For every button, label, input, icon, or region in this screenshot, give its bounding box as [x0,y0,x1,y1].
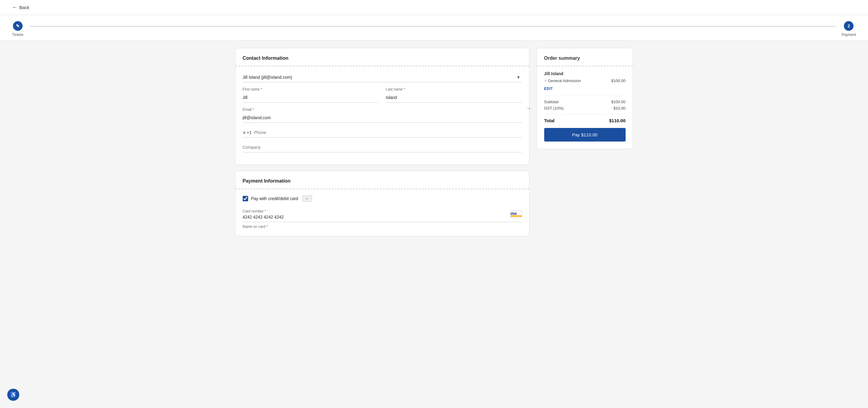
order-item-row: ✕ General Admission $100.00 [544,79,626,83]
order-customer-name: Jill Island [544,71,626,76]
chevron-down-icon: ∨ [243,130,246,135]
progress-line [30,26,836,27]
main-content: Contact Information Jill Island (jill@is… [223,41,645,243]
progress-bar: ✎ Tickets 2 Payment [0,15,868,41]
back-button[interactable]: ← Back [12,4,29,10]
total-value: $110.00 [609,118,625,123]
ticket-price: $100.00 [612,79,626,83]
email-group: Email * [243,108,522,123]
step-payment: 2 Payment [842,21,856,37]
step-payment-circle: 2 [844,21,854,31]
edit-link[interactable]: EDIT [544,87,626,91]
step-payment-label: Payment [842,33,856,37]
order-divider [537,66,633,66]
phone-code-value: +1 [247,130,252,135]
gst-arrow-icon: → [526,105,531,111]
gst-value: $10.00 [614,106,626,111]
user-dropdown[interactable]: Jill Island (jill@island.com) [243,75,522,80]
user-select-wrapper[interactable]: Jill Island (jill@island.com) ▼ [243,72,522,82]
total-label: Total [544,118,555,123]
email-input[interactable] [243,113,522,123]
name-row: First name * Last name * [243,87,522,108]
pay-button[interactable]: Pay $110.00 [544,128,626,142]
contact-information-card: Contact Information Jill Island (jill@is… [235,48,529,165]
first-name-input[interactable] [243,93,379,103]
order-item-left: ✕ General Admission [544,79,581,83]
first-name-group: First name * [243,87,379,103]
last-name-label: Last name * [386,87,522,91]
credit-card-label: Pay with credit/debit card [251,196,298,201]
phone-code-selector[interactable]: ∨ +1 [243,130,252,135]
last-name-input[interactable] [386,93,522,103]
phone-input[interactable] [254,130,522,135]
step-tickets-circle: ✎ [13,21,23,31]
credit-card-row: Pay with credit/debit card ▭ [243,195,522,202]
company-group [243,142,522,152]
order-total-divider [544,114,626,114]
order-summary-card: Order summary Jill Island ✕ General Admi… [537,48,633,149]
company-input[interactable] [243,142,522,152]
subtotal-row: Subtotal $100.00 [544,99,626,104]
phone-row: ∨ +1 [243,128,522,138]
step-tickets-label: Tickets [12,33,24,37]
subtotal-value: $100.00 [612,99,626,104]
remove-ticket-icon[interactable]: ✕ [544,79,547,83]
payment-info-title: Payment Information [243,178,522,184]
visa-bar [510,215,522,217]
card-icon: ▭ [302,195,312,202]
visa-text: VISA [510,212,522,215]
order-subtotal-divider [544,96,626,96]
email-label: Email * [243,108,522,112]
total-row: Total $110.00 [544,118,626,123]
card-number-label: Card number * [243,209,522,213]
subtotal-label: Subtotal [544,99,559,104]
contact-divider [236,66,529,66]
credit-card-checkbox[interactable] [243,196,248,201]
back-label: Back [19,5,29,10]
contact-info-title: Contact Information [243,56,522,61]
ticket-type-label: General Admission [548,79,581,83]
payment-divider [236,188,529,189]
card-number-row: Card number * VISA [243,207,522,222]
step-tickets: ✎ Tickets [12,21,24,37]
left-panel: Contact Information Jill Island (jill@is… [235,48,529,236]
name-on-card-label: Name on card * [243,225,522,229]
back-arrow-icon: ← [12,4,18,10]
visa-badge: VISA [510,210,522,218]
payment-information-card: Payment Information Pay with credit/debi… [235,171,529,236]
last-name-group: Last name * [386,87,522,103]
top-bar: ← Back [0,0,868,15]
right-panel: Order summary Jill Island ✕ General Admi… [537,48,633,236]
card-number-input[interactable] [243,214,507,220]
first-name-label: First name * [243,87,379,91]
gst-label: GST (10%) [544,106,564,111]
gst-row: → GST (10%) $10.00 [544,106,626,111]
order-summary-title: Order summary [544,56,626,61]
